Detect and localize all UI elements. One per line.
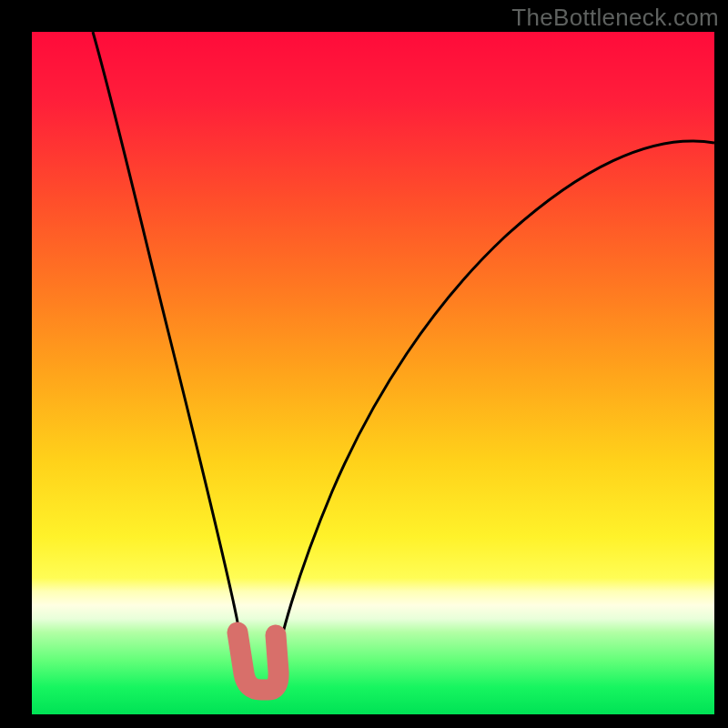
watermark-text: TheBottleneck.com bbox=[511, 4, 719, 32]
chart-frame: TheBottleneck.com bbox=[0, 0, 728, 728]
highlight-marker bbox=[238, 632, 278, 690]
right-branch-curve bbox=[274, 141, 714, 673]
plot-area bbox=[32, 32, 714, 714]
curve-layer bbox=[32, 32, 714, 714]
left-branch-curve bbox=[93, 32, 245, 673]
